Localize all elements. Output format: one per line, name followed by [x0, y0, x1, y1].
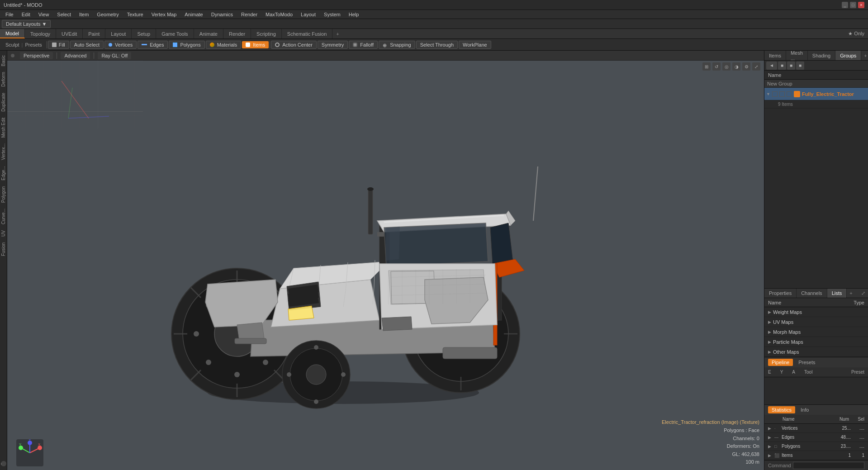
- rp-mid-tab-channels[interactable]: Channels: [797, 289, 827, 298]
- rp-tab-mesh[interactable]: Mesh ...: [786, 51, 808, 60]
- left-tool-tabs: Basic Deform Duplicate Mesh Edit Vertex.…: [0, 51, 7, 470]
- ray-gl-button[interactable]: Ray GL: Off: [98, 52, 131, 59]
- menu-dynamics[interactable]: Dynamics: [208, 11, 237, 18]
- maximize-button[interactable]: □: [850, 2, 856, 8]
- pipeline-tab-presets[interactable]: Presets: [795, 359, 819, 366]
- viewport[interactable]: Perspective Advanced Ray GL: Off ⊞ ↺ ◎ ◑…: [7, 51, 764, 470]
- left-tab-vertex[interactable]: Vertex...: [0, 141, 7, 163]
- menu-view[interactable]: View: [35, 11, 53, 18]
- list-row-weight-maps[interactable]: ▶ Weight Maps: [764, 307, 868, 317]
- star-only-button[interactable]: ★ Only: [844, 29, 868, 38]
- materials-button[interactable]: Materials: [206, 41, 242, 49]
- falloff-button[interactable]: Falloff: [349, 41, 378, 49]
- stats-row-items[interactable]: ▶ ⬛ Items 1 1: [764, 451, 868, 460]
- menu-help[interactable]: Help: [345, 11, 363, 18]
- left-tab-mesh-edit[interactable]: Mesh Edit: [0, 115, 7, 140]
- menu-render[interactable]: Render: [237, 11, 261, 18]
- stats-row-polygons[interactable]: ▶ □ Polygons 23.... ....: [764, 442, 868, 451]
- lists-type-col: Type: [854, 300, 864, 305]
- viewport-content[interactable]: Electric_Tractor_refraction (Image) (Tex…: [7, 61, 764, 470]
- rp-add-tab-button[interactable]: +: [861, 51, 868, 60]
- stats-tab-info[interactable]: Info: [797, 406, 812, 413]
- menu-system[interactable]: System: [320, 11, 344, 18]
- rp-mid-add-tab-button[interactable]: +: [847, 289, 855, 298]
- default-layouts-button[interactable]: Default Layouts ▼: [2, 20, 51, 28]
- item-checkbox[interactable]: [772, 91, 778, 97]
- items-btn3[interactable]: ■: [796, 62, 804, 70]
- symmetry-button[interactable]: Symmetry: [318, 41, 348, 49]
- pipeline-tab-pipeline[interactable]: Pipeline: [768, 359, 793, 366]
- workplane-button[interactable]: WorkPlane: [459, 41, 491, 49]
- tab-model[interactable]: Model: [0, 29, 25, 38]
- list-row-other-maps[interactable]: ▶ Other Maps: [764, 347, 868, 357]
- rp-tab-groups[interactable]: Groups: [835, 51, 861, 60]
- tab-animate[interactable]: Animate: [194, 29, 223, 38]
- add-tab-button[interactable]: +: [332, 29, 342, 38]
- snapping-button[interactable]: ⊕ Snapping: [379, 41, 415, 49]
- rp-tab-shading[interactable]: Shading: [808, 51, 835, 60]
- tab-uvedit[interactable]: UVEdit: [56, 29, 83, 38]
- list-row-uv-maps[interactable]: ▶ UV Maps: [764, 317, 868, 327]
- rp-mid-expand-button[interactable]: ⤢: [859, 289, 868, 298]
- tab-scripting[interactable]: Scripting: [251, 29, 282, 38]
- tab-setup[interactable]: Setup: [132, 29, 156, 38]
- items-add-button[interactable]: ◄: [766, 62, 777, 70]
- close-button[interactable]: ×: [858, 2, 864, 8]
- rp-mid-tab-lists[interactable]: Lists: [827, 289, 847, 298]
- tab-paint[interactable]: Paint: [83, 29, 105, 38]
- viewport-menu-icon[interactable]: [11, 54, 14, 57]
- left-tab-fusion[interactable]: Fusion: [0, 240, 7, 259]
- items-btn1[interactable]: ■: [778, 62, 786, 70]
- rp-mid-tab-properties[interactable]: Properties: [764, 289, 797, 298]
- menu-animate[interactable]: Animate: [181, 11, 206, 18]
- stats-tab-statistics[interactable]: Statistics: [768, 406, 795, 413]
- menu-maxtomodo[interactable]: MaxToModo: [262, 11, 296, 18]
- action-center-button[interactable]: Action Center: [271, 41, 317, 49]
- tab-game-tools[interactable]: Game Tools: [156, 29, 194, 38]
- edges-button[interactable]: Edges: [138, 41, 168, 49]
- titlebar-controls: _ □ ×: [842, 2, 864, 8]
- menu-edit[interactable]: Edit: [18, 11, 34, 18]
- item-checkbox2[interactable]: [779, 91, 785, 97]
- menu-select[interactable]: Select: [53, 11, 75, 18]
- left-tab-polygon[interactable]: Polygon: [0, 184, 7, 205]
- minimize-button[interactable]: _: [842, 2, 848, 8]
- advanced-button[interactable]: Advanced: [61, 52, 90, 59]
- menu-vertex-map[interactable]: Vertex Map: [148, 11, 180, 18]
- auto-select-button[interactable]: Auto Select: [70, 41, 104, 49]
- vertices-button[interactable]: Vertices: [104, 41, 137, 49]
- items-list[interactable]: ▼ Fully_Electric_Tractor 9 Items: [764, 88, 868, 188]
- presets-button[interactable]: Presets: [25, 42, 42, 47]
- tab-layout[interactable]: Layout: [105, 29, 132, 38]
- fill-button[interactable]: Fill: [48, 41, 69, 49]
- polygons-button[interactable]: Polygons: [169, 41, 204, 49]
- settings-icon[interactable]: ·: [1, 461, 6, 466]
- tab-topology[interactable]: Topology: [25, 29, 56, 38]
- item-row-tractor[interactable]: ▼ Fully_Electric_Tractor: [764, 88, 868, 100]
- menu-item[interactable]: Item: [76, 11, 92, 18]
- left-tab-deform[interactable]: Deform: [0, 69, 7, 90]
- tab-schematic-fusion[interactable]: Schematic Fusion: [282, 29, 332, 38]
- list-row-morph-maps[interactable]: ▶ Morph Maps: [764, 327, 868, 337]
- list-row-particle-maps[interactable]: ▶ Particle Maps: [764, 337, 868, 347]
- menu-geometry[interactable]: Geometry: [93, 11, 122, 18]
- items-button[interactable]: Items: [242, 41, 269, 48]
- stats-row-vertices[interactable]: ▶ · Vertices 25... ....: [764, 424, 868, 433]
- menu-texture[interactable]: Texture: [123, 11, 147, 18]
- sculpt-button[interactable]: Sculpt: [5, 42, 19, 47]
- left-tab-duplicate[interactable]: Duplicate: [0, 90, 7, 114]
- items-btn2[interactable]: ■: [787, 62, 795, 70]
- left-tab-basic[interactable]: Basic: [0, 52, 7, 69]
- rp-tab-items[interactable]: Items: [764, 51, 786, 60]
- tab-render[interactable]: Render: [223, 29, 251, 38]
- menu-file[interactable]: File: [2, 11, 17, 18]
- select-through-button[interactable]: Select Through: [416, 41, 458, 49]
- left-tab-edge[interactable]: Edge...: [0, 163, 7, 183]
- left-tab-curve[interactable]: Curve...: [0, 206, 7, 227]
- menu-layout[interactable]: Layout: [297, 11, 319, 18]
- left-tab-uv[interactable]: UV: [0, 228, 7, 239]
- stats-row-edges[interactable]: ▶ — Edges 48.... ....: [764, 433, 868, 442]
- item-checkbox3[interactable]: [787, 91, 792, 97]
- perspective-button[interactable]: Perspective: [20, 52, 53, 59]
- command-input[interactable]: [793, 462, 864, 469]
